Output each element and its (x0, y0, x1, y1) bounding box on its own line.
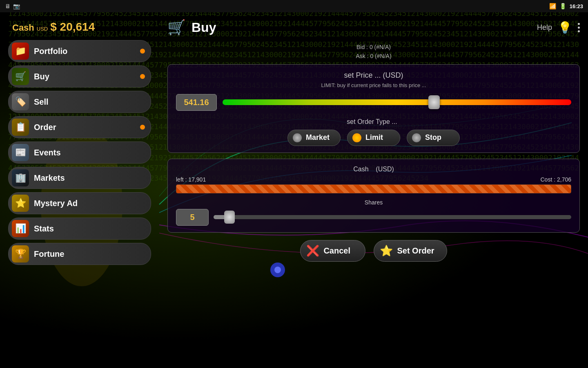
cash-left-label: left : 17,901 (176, 176, 206, 183)
bid-ask-display: Bid : 0 (#N/A) Ask : 0 (#N/A) (167, 43, 580, 61)
status-bar: 🖥 📷 📶 🔋 16:23 (0, 0, 588, 12)
set-order-icon: ⭐ (380, 245, 393, 257)
bid-value: Bid : 0 (#N/A) (167, 43, 580, 52)
market-label: Market (306, 133, 330, 142)
fortune-label: Fortune (34, 249, 144, 259)
action-buttons-row: ❌ Cancel ⭐ Set Order (167, 240, 580, 262)
shares-slider-row (176, 209, 571, 226)
sidebar-item-buy[interactable]: 🛒 Buy (8, 65, 151, 88)
sell-icon: 🏷️ (12, 93, 29, 110)
stop-label: Stop (425, 133, 441, 142)
camera-icon: 📷 (13, 3, 20, 9)
cost-label: Cost (540, 176, 552, 183)
sidebar-item-markets[interactable]: 🏢 Markets (8, 167, 151, 189)
cancel-icon: ❌ (306, 245, 319, 257)
main-content: 🛒 Buy Help 💡 Bid : 0 (#N/A) Ask : 0 (#N/… (159, 12, 588, 368)
price-slider-thumb[interactable] (428, 95, 440, 109)
sidebar-item-portfolio[interactable]: 📁 Portfolio (8, 40, 151, 62)
order-type-label: set Order Type ... (347, 118, 397, 126)
sidebar: Cash USD $ 20,614 📁 Portfolio 🛒 Buy 🏷️ S… (0, 12, 159, 368)
sidebar-item-fortune[interactable]: 🏆 Fortune (8, 243, 151, 265)
shares-slider-track[interactable] (214, 215, 571, 219)
battery-icon: 🔋 (559, 3, 566, 9)
cash-currency: USD (37, 26, 48, 32)
stats-label: Stats (34, 224, 144, 233)
sidebar-item-mystery[interactable]: ⭐ Mystery Ad (8, 192, 151, 214)
markets-icon: 🏢 (12, 169, 29, 186)
header-right: Help 💡 (537, 21, 580, 34)
portfolio-label: Portfolio (34, 47, 144, 56)
shares-slider-thumb[interactable] (224, 211, 235, 224)
wifi-icon: 📶 (549, 3, 556, 9)
set-order-button[interactable]: ⭐ Set Order (374, 240, 447, 262)
order-icon: 📋 (12, 119, 29, 136)
order-type-market[interactable]: Market (287, 130, 341, 146)
cancel-button[interactable]: ❌ Cancel (300, 240, 365, 262)
sidebar-item-events[interactable]: 📰 Events (8, 141, 151, 164)
page-header: 🛒 Buy Help 💡 (167, 16, 580, 38)
order-type-limit[interactable]: Limit (347, 130, 400, 146)
ask-value: Ask : 0 (#N/A) (167, 52, 580, 61)
cancel-label: Cancel (323, 246, 350, 256)
cash-cost-label: Cost : 2,706 (540, 176, 571, 183)
markets-label: Markets (34, 173, 144, 183)
status-icons: 🖥 📷 (5, 3, 20, 9)
order-type-stop[interactable]: Stop (407, 130, 460, 146)
shares-label: Shares (176, 199, 571, 206)
stats-icon: 📊 (12, 220, 29, 237)
buy-page-icon: 🛒 (167, 19, 186, 36)
page-title-row: 🛒 Buy (167, 19, 216, 36)
price-slider-row (176, 94, 571, 111)
limit-radio (352, 133, 361, 142)
sidebar-item-sell[interactable]: 🏷️ Sell (8, 91, 151, 113)
mystery-icon: ⭐ (12, 195, 29, 212)
buy-label: Buy (34, 72, 144, 81)
fortune-icon: 🏆 (12, 245, 29, 263)
cash-panel-title: Cash (USD) (176, 166, 571, 173)
cost-value: : 2,706 (554, 176, 571, 183)
order-type-row: Market Limit Stop (176, 130, 571, 146)
order-label: Order (34, 123, 144, 132)
portfolio-icon: 📁 (12, 43, 29, 60)
cash-panel: Cash (USD) left : 17,901 Cost : 2,706 Sh… (167, 159, 580, 233)
more-dot-1 (578, 23, 580, 25)
clock: 16:23 (570, 3, 583, 9)
shares-input[interactable] (176, 209, 209, 226)
limit-label: Limit (365, 133, 383, 142)
price-panel-title: set Price ... (USD) (176, 71, 571, 80)
mystery-label: Mystery Ad (34, 199, 144, 208)
more-menu-icon[interactable] (578, 23, 580, 32)
sidebar-item-stats[interactable]: 📊 Stats (8, 218, 151, 240)
cash-label: Cash (12, 22, 34, 33)
left-value: : 17,901 (185, 176, 206, 183)
price-panel: set Price ... (USD) LIMIT: buy if curren… (167, 64, 580, 153)
cash-display: Cash USD $ 20,614 (8, 16, 151, 40)
cash-progress-bar (176, 184, 571, 193)
cash-bar-row: left : 17,901 Cost : 2,706 (176, 176, 571, 183)
order-dot (140, 125, 145, 130)
price-panel-subtitle: LIMIT: buy if current price falls to thi… (176, 82, 571, 88)
cash-panel-label: Cash (353, 166, 368, 173)
buy-dot (140, 74, 145, 79)
sell-label: Sell (34, 97, 144, 107)
buy-nav-icon: 🛒 (12, 68, 29, 85)
page-title: Buy (192, 20, 216, 35)
left-label: left (176, 176, 184, 183)
price-slider-track[interactable] (223, 99, 571, 105)
price-input[interactable] (176, 94, 217, 111)
cash-value: $ 20,614 (50, 20, 95, 34)
more-dot-3 (578, 30, 580, 32)
stop-radio (412, 133, 421, 142)
more-dot-2 (578, 27, 580, 29)
set-order-label: Set Order (397, 246, 434, 256)
events-label: Events (34, 148, 144, 157)
bulb-icon[interactable]: 💡 (558, 21, 572, 34)
market-radio (293, 133, 302, 142)
sidebar-item-order[interactable]: 📋 Order (8, 116, 151, 138)
help-label: Help (537, 23, 552, 32)
screen-icon: 🖥 (5, 3, 11, 9)
events-icon: 📰 (12, 144, 29, 161)
cash-panel-currency: (USD) (376, 166, 394, 173)
portfolio-dot (140, 49, 145, 54)
status-right: 📶 🔋 16:23 (549, 3, 583, 9)
